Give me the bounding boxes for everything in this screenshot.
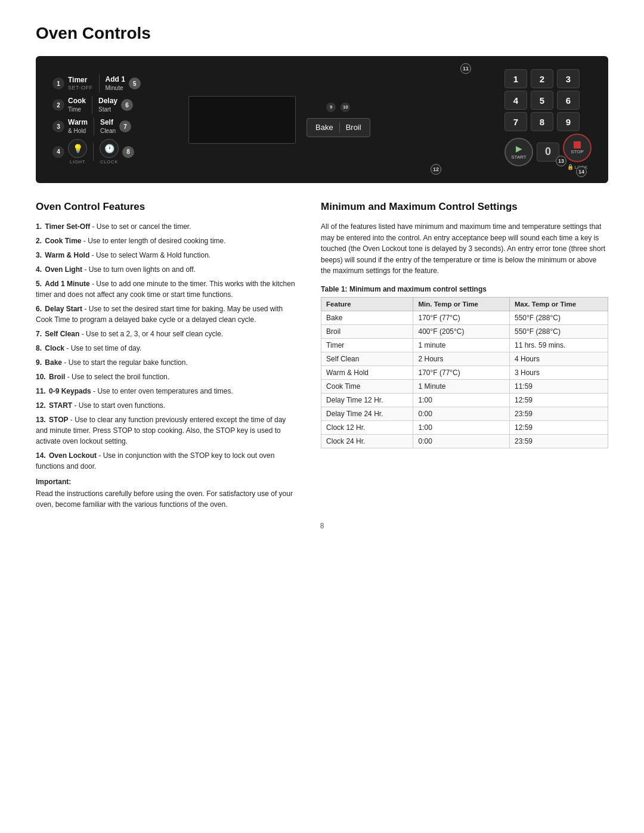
clock-label: CLOCK — [100, 159, 118, 165]
important-label: Important: — [36, 478, 297, 486]
feature-item-11: 11. 0-9 Keypads - Use to enter oven temp… — [36, 386, 297, 397]
annotation-12: 12 — [431, 164, 441, 175]
table-cell: 1:00 — [413, 420, 509, 434]
key-7[interactable]: 7 — [504, 112, 527, 131]
btn-label-cook: CookTime — [68, 97, 86, 113]
settings-description: All of the features listed have minimum … — [321, 221, 608, 277]
table-cell: 23:59 — [509, 407, 608, 420]
page-title: Oven Controls — [36, 24, 608, 43]
feature-item-1: 1. Timer Set-Off - Use to set or cancel … — [36, 221, 297, 232]
key-5[interactable]: 5 — [531, 91, 553, 110]
bake-broil-buttons[interactable]: Bake Broil — [306, 118, 370, 137]
panel-row-3: 3 Warm& Hold SelfClean 7 — [52, 117, 178, 135]
table-row: Clock 12 Hr.1:0012:59 — [321, 420, 608, 434]
key-2[interactable]: 2 — [531, 69, 553, 88]
keypad-row-2: 4 5 6 — [504, 91, 592, 110]
stop-label: STOP — [571, 149, 584, 154]
btn-num-7[interactable]: 7 — [119, 120, 131, 132]
btn-label-delay: DelayStart — [98, 97, 117, 113]
table-cell: 4 Hours — [509, 352, 608, 366]
btn-num-4: 4 — [52, 146, 64, 158]
btn-num-6[interactable]: 6 — [121, 99, 133, 111]
features-column: Oven Control Features 1. Timer Set-Off -… — [36, 201, 297, 510]
annotation-14: 14 — [576, 166, 587, 177]
feature-item-8: 8. Clock - Use to set time of day. — [36, 343, 297, 354]
table-row: Delay Time 24 Hr.0:0023:59 — [321, 407, 608, 420]
table-cell: 1 minute — [413, 338, 509, 352]
btn-label-timer: Timer SET-OFF — [68, 76, 93, 91]
light-icon[interactable]: 💡 — [68, 139, 87, 158]
feature-item-7: 7. Self Clean - Use to set a 2, 3, or 4 … — [36, 329, 297, 339]
bottom-section: Oven Control Features 1. Timer Set-Off -… — [36, 201, 608, 510]
panel-row-4: 4 💡 LIGHT 🕐 CLOCK 8 — [52, 139, 178, 165]
light-label: LIGHT — [70, 159, 85, 165]
table-cell: Bake — [321, 311, 413, 324]
key-3[interactable]: 3 — [557, 69, 580, 88]
btn-num-8[interactable]: 8 — [122, 146, 134, 158]
settings-column: Minimum and Maximum Control Settings All… — [321, 201, 608, 510]
features-title: Oven Control Features — [36, 201, 297, 213]
numeric-keypad: 1 2 3 4 5 6 7 8 9 ▶ START 0 — [504, 69, 592, 170]
table-cell: 170°F (77°C) — [413, 366, 509, 379]
col-header: Feature — [321, 297, 413, 311]
table-cell: Clock 24 Hr. — [321, 434, 413, 448]
divider — [99, 75, 100, 92]
btn-num-3: 3 — [52, 120, 64, 132]
table-cell: Clock 12 Hr. — [321, 420, 413, 434]
btn-num-2: 2 — [52, 99, 64, 111]
feature-item-5: 5. Add 1 Minute - Use to add one minute … — [36, 278, 297, 300]
table-cell: Delay Time 24 Hr. — [321, 407, 413, 420]
keypad-row-4: ▶ START 0 STOP 🔒 LOCK — [504, 134, 592, 170]
feature-item-12: 12. START - Use to start oven functions. — [36, 400, 297, 411]
keypad-row-1: 1 2 3 — [504, 69, 592, 88]
bake-label[interactable]: Bake — [315, 123, 333, 132]
table-cell: 400°F (205°C) — [413, 324, 509, 338]
divider — [92, 96, 92, 114]
table-row: Self Clean2 Hours4 Hours — [321, 352, 608, 366]
start-arrow-icon: ▶ — [516, 144, 522, 153]
broil-label[interactable]: Broil — [346, 123, 361, 132]
table-row: Timer1 minute11 hrs. 59 mins. — [321, 338, 608, 352]
key-1[interactable]: 1 — [504, 69, 527, 88]
ann-10: 10 — [340, 103, 350, 112]
annotation-13: 13 — [556, 156, 566, 166]
table-cell: 11 hrs. 59 mins. — [509, 338, 608, 352]
table-cell: 23:59 — [509, 434, 608, 448]
separator — [339, 122, 340, 133]
col-header: Min. Temp or Time — [413, 297, 509, 311]
annotation-11: 11 — [460, 63, 471, 74]
table-cell: Broil — [321, 324, 413, 338]
table-cell: 170°F (77°C) — [413, 311, 509, 324]
table-cell: Self Clean — [321, 352, 413, 366]
panel-display — [188, 96, 296, 144]
control-panel: 11 1 Timer SET-OFF Add 1Minute 5 2 — [36, 56, 608, 183]
clock-icon[interactable]: 🕐 — [100, 139, 119, 158]
key-4[interactable]: 4 — [504, 91, 527, 110]
feature-item-2: 2. Cook Time - Use to enter length of de… — [36, 236, 297, 246]
feature-item-9: 9. Bake - Use to start the regular bake … — [36, 357, 297, 368]
key-6[interactable]: 6 — [557, 91, 580, 110]
key-9[interactable]: 9 — [557, 112, 580, 131]
btn-label-warm: Warm& Hold — [68, 118, 88, 135]
panel-row-2: 2 CookTime DelayStart 6 — [52, 96, 178, 114]
table-cell: Delay Time 12 Hr. — [321, 393, 413, 407]
table-cell: Cook Time — [321, 379, 413, 393]
key-8[interactable]: 8 — [531, 112, 553, 131]
page-number: 8 — [36, 522, 608, 530]
table-cell: 11:59 — [509, 379, 608, 393]
table-row: Warm & Hold170°F (77°C)3 Hours — [321, 366, 608, 379]
stop-button[interactable]: STOP — [563, 134, 592, 162]
table-cell: 1 Minute — [413, 379, 509, 393]
feature-item-3: 3. Warm & Hold - Use to select Warm & Ho… — [36, 250, 297, 261]
ann-9: 9 — [326, 103, 336, 112]
important-text: Read the instructions carefully before u… — [36, 488, 297, 510]
settings-table: FeatureMin. Temp or TimeMax. Temp or Tim… — [321, 297, 608, 448]
table-cell: 550°F (288°C) — [509, 324, 608, 338]
btn-num-1: 1 — [52, 78, 64, 89]
stop-square-icon — [574, 141, 581, 148]
table-row: Delay Time 12 Hr.1:0012:59 — [321, 393, 608, 407]
table-cell: 0:00 — [413, 407, 509, 420]
start-button[interactable]: ▶ START — [504, 138, 533, 166]
keypad-row-3: 7 8 9 — [504, 112, 592, 131]
btn-num-5[interactable]: 5 — [129, 78, 141, 89]
